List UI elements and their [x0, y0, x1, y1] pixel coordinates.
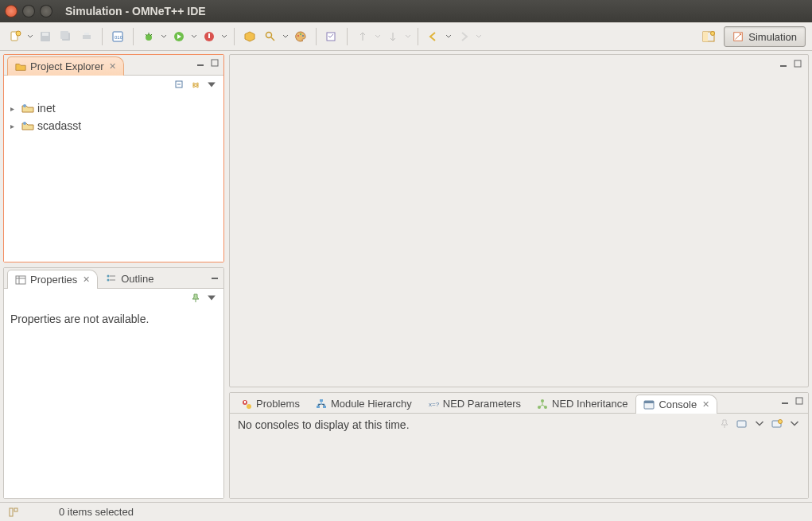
nav-prev-annotation-button[interactable]: [354, 28, 371, 45]
build-button[interactable]: 010: [109, 28, 126, 45]
tab-label: Properties: [30, 274, 77, 286]
maximize-view-button[interactable]: [209, 57, 220, 68]
nav-forward-dropdown[interactable]: [476, 28, 482, 45]
search-dropdown[interactable]: [282, 28, 289, 45]
svg-point-36: [247, 404, 251, 409]
tab-label: Problems: [256, 398, 300, 410]
project-explorer-tree[interactable]: ▸ inet ▸ scadasst: [4, 95, 223, 262]
svg-rect-33: [795, 60, 801, 67]
editor-area[interactable]: [229, 54, 809, 387]
statusbar-trim-icon[interactable]: [8, 507, 19, 518]
debug-button[interactable]: [140, 28, 157, 45]
minimize-view-button[interactable]: [779, 395, 791, 406]
close-icon[interactable]: ✕: [83, 274, 90, 285]
tab-module-hierarchy[interactable]: Module Hierarchy: [308, 394, 420, 413]
svg-point-41: [541, 399, 544, 402]
view-menu-button[interactable]: [206, 293, 217, 304]
svg-point-17: [302, 35, 304, 37]
window-close-button[interactable]: [5, 5, 17, 17]
open-console-button[interactable]: [771, 418, 783, 430]
tab-label: Project Explorer: [30, 60, 103, 72]
properties-message: Properties are not available.: [10, 313, 217, 325]
tab-label: Outline: [121, 273, 153, 285]
print-button[interactable]: [78, 28, 95, 45]
pin-console-button[interactable]: [719, 418, 730, 430]
svg-rect-7: [84, 33, 89, 35]
open-console-dropdown[interactable]: [789, 418, 800, 430]
svg-rect-52: [14, 508, 17, 511]
tab-ned-parameters[interactable]: x=? NED Parameters: [420, 394, 529, 413]
perspective-label: Simulation: [748, 31, 797, 43]
tree-item-inet[interactable]: ▸ inet: [10, 99, 217, 117]
open-task-button[interactable]: [323, 28, 340, 45]
tab-project-explorer[interactable]: Project Explorer ✕: [7, 56, 124, 76]
open-perspective-button[interactable]: [700, 28, 717, 45]
console-body[interactable]: [230, 431, 808, 498]
nav-forward-button[interactable]: [455, 28, 472, 45]
nav-prev-dropdown[interactable]: [375, 28, 381, 45]
close-icon[interactable]: ✕: [702, 399, 709, 410]
search-button[interactable]: [262, 28, 279, 45]
nav-back-button[interactable]: [425, 28, 442, 45]
expand-icon[interactable]: ▸: [10, 104, 18, 113]
minimize-editor-button[interactable]: [778, 58, 789, 69]
svg-rect-46: [782, 402, 788, 404]
link-with-editor-button[interactable]: [190, 80, 201, 91]
window-minimize-button[interactable]: [22, 5, 35, 17]
tab-problems[interactable]: Problems: [233, 394, 308, 413]
open-type-button[interactable]: [241, 28, 258, 45]
close-icon[interactable]: ✕: [109, 61, 116, 72]
tab-properties[interactable]: Properties ✕: [7, 270, 98, 289]
run-dropdown[interactable]: [191, 28, 197, 45]
project-explorer-localbar: [4, 76, 223, 95]
bottom-tabstrip: Problems Module Hierarchy x=? NED Parame…: [230, 393, 808, 414]
window-maximize-button[interactable]: [40, 5, 52, 17]
svg-rect-37: [320, 399, 323, 402]
view-project-explorer: Project Explorer ✕ ▸: [3, 54, 224, 262]
external-tools-button[interactable]: [200, 28, 218, 45]
expand-icon[interactable]: ▸: [10, 122, 18, 130]
display-console-dropdown[interactable]: [754, 418, 765, 430]
new-dropdown[interactable]: [27, 28, 33, 45]
run-button[interactable]: [170, 28, 188, 45]
tab-console[interactable]: Console ✕: [635, 395, 717, 414]
window-title: Simulation - OMNeT++ IDE: [65, 5, 206, 17]
properties-tabstrip: Properties ✕ Outline: [4, 268, 223, 289]
display-console-button[interactable]: [736, 418, 748, 430]
console-header-row: No consoles to display at this time.: [230, 414, 808, 431]
minimize-view-button[interactable]: [209, 270, 220, 282]
minimize-view-button[interactable]: [195, 57, 206, 68]
svg-point-26: [23, 104, 26, 107]
nav-back-dropdown[interactable]: [445, 28, 452, 45]
tab-label: Console: [659, 399, 697, 410]
debug-dropdown[interactable]: [161, 28, 167, 45]
main-toolbar: 010 Simul: [0, 22, 812, 51]
new-button[interactable]: [6, 28, 24, 45]
external-tools-dropdown[interactable]: [221, 28, 227, 45]
svg-rect-23: [197, 64, 204, 66]
view-menu-button[interactable]: [206, 80, 217, 91]
palette-button[interactable]: [292, 28, 309, 45]
svg-point-14: [266, 33, 272, 38]
tab-label: NED Inheritance: [552, 398, 627, 410]
save-button[interactable]: [37, 28, 54, 45]
pin-button[interactable]: [190, 293, 201, 304]
tree-item-scadasst[interactable]: ▸ scadasst: [10, 117, 217, 134]
view-bottom-panel: Problems Module Hierarchy x=? NED Parame…: [229, 392, 809, 499]
perspective-simulation[interactable]: Simulation: [724, 26, 806, 47]
status-bar: 0 items selected: [0, 502, 812, 521]
tab-label: NED Parameters: [443, 398, 521, 410]
tab-ned-inheritance[interactable]: NED Inheritance: [529, 394, 635, 413]
collapse-all-button[interactable]: [174, 80, 185, 91]
svg-rect-3: [42, 33, 49, 36]
svg-rect-5: [60, 31, 68, 39]
view-properties: Properties ✕ Outline Properties are not: [3, 267, 224, 499]
maximize-editor-button[interactable]: [792, 58, 803, 69]
maximize-view-button[interactable]: [794, 395, 805, 406]
nav-next-annotation-button[interactable]: [384, 28, 402, 45]
save-all-button[interactable]: [57, 28, 75, 45]
console-message: No consoles to display at this time.: [238, 418, 410, 431]
nav-next-dropdown[interactable]: [405, 28, 411, 45]
tab-outline[interactable]: Outline: [98, 269, 161, 288]
svg-rect-31: [212, 278, 218, 279]
